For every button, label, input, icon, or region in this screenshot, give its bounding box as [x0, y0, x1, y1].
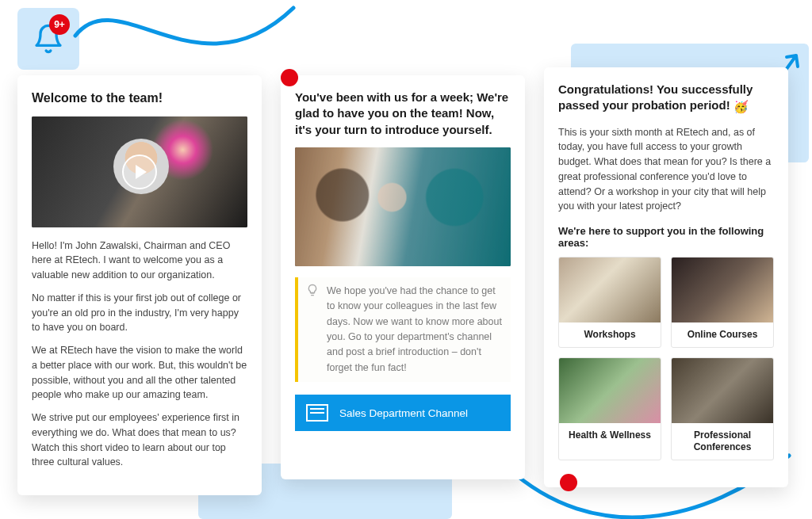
welcome-video-thumbnail[interactable]	[32, 116, 247, 227]
tile-health-wellness[interactable]: Health & Wellness	[558, 357, 661, 460]
tile-image	[559, 358, 661, 423]
tile-workshops[interactable]: Workshops	[558, 257, 661, 348]
card-intro: This is your sixth month at REtech and, …	[558, 125, 774, 215]
tile-image	[672, 258, 773, 322]
card-title: Congratulations! You successfully passed…	[558, 82, 774, 116]
tile-label: Online Courses	[672, 322, 773, 347]
decorative-dot	[281, 69, 298, 86]
paragraph: We strive put our employees' experience …	[32, 410, 247, 470]
probation-card: Congratulations! You successfully passed…	[544, 67, 788, 487]
card-title: Welcome to the team!	[32, 90, 247, 107]
lightbulb-icon	[306, 284, 319, 376]
tile-label: Health & Wellness	[559, 423, 661, 448]
tip-text: We hope you've had the chance to get to …	[327, 284, 504, 376]
card-title: You've been with us for a week; We're gl…	[295, 90, 511, 138]
paragraph: Hello! I'm John Zawalski, Chairman and C…	[32, 239, 247, 283]
tile-label: Workshops	[559, 322, 661, 347]
sales-channel-button[interactable]: Sales Department Channel	[295, 395, 511, 431]
paragraph: We at REtech have the vision to make the…	[32, 343, 247, 403]
button-label: Sales Department Channel	[339, 407, 468, 419]
tip-box: We hope you've had the chance to get to …	[295, 277, 511, 382]
support-tiles: Workshops Online Courses Health & Wellne…	[558, 257, 774, 460]
title-text: Congratulations! You successfully passed…	[558, 82, 753, 112]
party-emoji: 🥳	[733, 100, 749, 113]
team-photo	[295, 147, 511, 266]
photo-people	[295, 147, 511, 266]
week-card: You've been with us for a week; We're gl…	[281, 75, 525, 479]
notification-badge: 9+	[49, 14, 70, 35]
tile-image	[672, 358, 773, 423]
tile-professional-conferences[interactable]: Professional Conferences	[671, 357, 774, 460]
channel-icon	[306, 404, 328, 422]
decorative-dot	[560, 474, 577, 491]
tile-label: Professional Conferences	[672, 423, 773, 460]
welcome-body: Hello! I'm John Zawalski, Chairman and C…	[32, 239, 247, 479]
notification-bell-tile[interactable]: 9+	[17, 8, 79, 70]
paragraph: No matter if this is your first job out …	[32, 291, 247, 335]
card-subhead: We're here to support you in the followi…	[558, 225, 774, 249]
tile-image	[559, 258, 661, 322]
play-icon[interactable]	[122, 155, 157, 189]
welcome-card: Welcome to the team! Hello! I'm John Zaw…	[17, 75, 262, 495]
tile-online-courses[interactable]: Online Courses	[671, 257, 774, 348]
cards-row: Welcome to the team! Hello! I'm John Zaw…	[17, 75, 788, 495]
